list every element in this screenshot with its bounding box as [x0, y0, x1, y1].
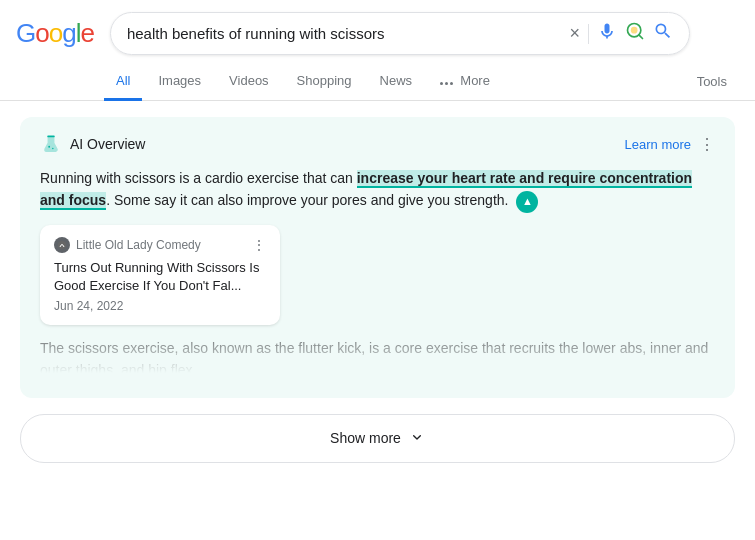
ai-text-before: Running with scissors is a cardio exerci… [40, 170, 357, 186]
svg-point-3 [48, 146, 50, 148]
source-name: Little Old Lady Comedy [76, 238, 201, 252]
search-divider [588, 24, 589, 44]
clear-icon[interactable]: × [569, 23, 580, 44]
logo-o1: o [35, 18, 48, 48]
voice-search-icon[interactable] [597, 21, 617, 46]
source-card: Little Old Lady Comedy ⋮ Turns Out Runni… [40, 225, 280, 325]
tab-news[interactable]: News [368, 63, 425, 101]
logo-g: G [16, 18, 35, 48]
search-submit-icon[interactable] [653, 21, 673, 46]
ai-overview-text: Running with scissors is a cardio exerci… [40, 167, 715, 213]
ai-collapse-icon[interactable]: ▲ [516, 191, 538, 213]
ai-overview-title: AI Overview [70, 136, 145, 152]
tab-more[interactable]: More [428, 63, 502, 101]
tab-videos[interactable]: Videos [217, 63, 281, 101]
tools-button[interactable]: Tools [685, 64, 739, 99]
ai-overview-header: AI Overview Learn more ⋮ [40, 133, 715, 155]
logo-g2: g [62, 18, 75, 48]
search-input[interactable] [127, 25, 561, 42]
source-more-options-icon[interactable]: ⋮ [252, 237, 266, 253]
main-content: AI Overview Learn more ⋮ Running with sc… [0, 101, 755, 479]
google-logo: Google [16, 18, 94, 49]
ai-overview-actions: Learn more ⋮ [625, 135, 715, 154]
ai-title-group: AI Overview [40, 133, 145, 155]
source-favicon [54, 237, 70, 253]
learn-more-link[interactable]: Learn more [625, 137, 691, 152]
search-bar[interactable]: × [110, 12, 690, 55]
source-title[interactable]: Turns Out Running With Scissors Is Good … [54, 259, 266, 295]
chevron-down-icon [409, 429, 425, 448]
svg-point-4 [52, 148, 53, 149]
nav-tabs: All Images Videos Shopping News More Too… [0, 63, 755, 101]
show-more-label: Show more [330, 430, 401, 446]
source-card-header: Little Old Lady Comedy ⋮ [54, 237, 266, 253]
header: Google × [0, 0, 755, 63]
more-dots-icon [440, 82, 453, 85]
svg-rect-2 [47, 136, 54, 137]
ai-text-after: . Some say it can also improve your pore… [106, 192, 508, 208]
logo-o2: o [49, 18, 62, 48]
tab-images[interactable]: Images [146, 63, 213, 101]
show-more-button[interactable]: Show more [20, 414, 735, 463]
source-date: Jun 24, 2022 [54, 299, 266, 313]
ai-overview: AI Overview Learn more ⋮ Running with sc… [20, 117, 735, 398]
ai-flask-icon [40, 133, 62, 155]
source-name-group: Little Old Lady Comedy [54, 237, 201, 253]
tab-shopping[interactable]: Shopping [285, 63, 364, 101]
logo-e: e [80, 18, 93, 48]
tab-all[interactable]: All [104, 63, 142, 101]
faded-section: The scissors exercise, also known as the… [40, 337, 715, 382]
lens-search-icon[interactable] [625, 21, 645, 46]
faded-text: The scissors exercise, also known as the… [40, 337, 715, 382]
svg-point-1 [631, 27, 638, 34]
ai-more-options-icon[interactable]: ⋮ [699, 135, 715, 154]
